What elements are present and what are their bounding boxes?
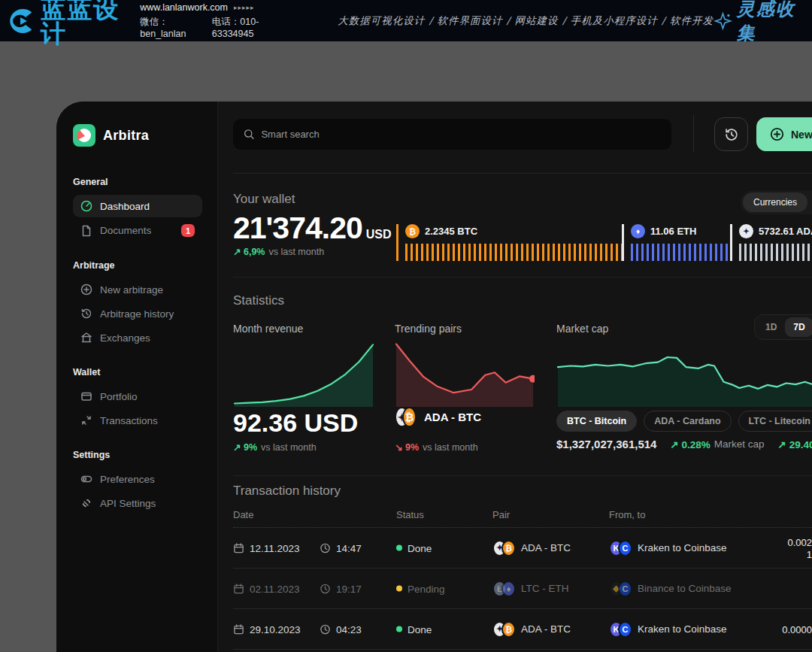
tx-date: 12.11.2023 bbox=[250, 542, 300, 553]
col-status: Status bbox=[396, 509, 424, 520]
tab-currencies[interactable]: Currencies bbox=[743, 193, 807, 212]
wallet-view-tabs: Currencies E bbox=[741, 190, 812, 214]
arbitra-brand[interactable]: Arbitra bbox=[73, 124, 202, 147]
topbar-divider bbox=[693, 115, 694, 153]
banner-url[interactable]: www.lanlanwork.com bbox=[140, 2, 228, 13]
holding-eth[interactable]: ♦11.06 ETH bbox=[622, 224, 730, 261]
tx-date: 29.10.2023 bbox=[250, 623, 301, 635]
history-icon bbox=[724, 127, 739, 142]
calendar-icon bbox=[233, 583, 244, 594]
sidebar-item-label: Dashboard bbox=[100, 201, 150, 212]
history-icon bbox=[80, 308, 92, 320]
col-date: Date bbox=[233, 509, 253, 520]
coinpill-ada[interactable]: ADA - Cardano bbox=[644, 411, 731, 432]
btc-coin-icon: ₿ bbox=[402, 407, 417, 427]
sidebar-item-label: Documents bbox=[100, 225, 174, 236]
trending-pair: ✦ ₿ ADA - BTC bbox=[395, 407, 481, 427]
range-switcher: 1D 7D 1M bbox=[754, 314, 812, 340]
search-icon bbox=[244, 129, 254, 140]
sidebar-item-api-settings[interactable]: API Settings bbox=[73, 492, 202, 514]
pair-text: ADA - BTC bbox=[521, 542, 571, 553]
section-divider bbox=[233, 277, 812, 277]
main-content: New a Your wallet 21'374.20USD ↗ 6,9% vs… bbox=[218, 102, 812, 652]
status-text: Pending bbox=[408, 583, 445, 594]
banner-wechat: 微信：ben_lanlan bbox=[140, 16, 201, 39]
sidebar-item-arbitrage-history[interactable]: Arbitrage history bbox=[73, 302, 202, 325]
search-input[interactable] bbox=[261, 129, 661, 140]
delta-up-arrow-icon: ↗ bbox=[670, 439, 678, 450]
search-bar[interactable] bbox=[233, 119, 671, 150]
plug-icon bbox=[80, 497, 92, 509]
market-cap-coin-filter: BTC - Bitcoin ADA - Cardano LTC - Liteco… bbox=[556, 411, 812, 432]
content-divider bbox=[233, 173, 812, 174]
ada-ticks bbox=[739, 244, 812, 261]
tx-amount: 0.0021 bbox=[787, 536, 812, 560]
sidebar-item-portfolio[interactable]: Portfolio bbox=[73, 385, 202, 408]
wallet-icon bbox=[80, 390, 92, 402]
sparkle-icon bbox=[714, 10, 732, 32]
wallet-section-title: Your wallet bbox=[233, 192, 295, 207]
transaction-history-title: Transaction history bbox=[233, 484, 341, 499]
pair-text: LTC - ETH bbox=[521, 583, 569, 594]
col-from-to: From, to bbox=[609, 509, 645, 520]
sidebar-item-label: Preferences bbox=[100, 474, 155, 485]
month-revenue-title: Month revenue bbox=[233, 323, 303, 335]
sidebar-item-exchanges[interactable]: Exchanges bbox=[73, 326, 202, 349]
lanlan-brand[interactable]: 蓝蓝设计 bbox=[6, 0, 128, 46]
sidebar: Arbitra General Dashboard Documents 1 Ar… bbox=[56, 102, 218, 652]
delta-up-arrow-icon: ↗ bbox=[233, 442, 241, 453]
tx-time: 19:17 bbox=[336, 583, 362, 594]
section-label-arbitrage: Arbitrage bbox=[73, 260, 202, 271]
history-button[interactable] bbox=[714, 117, 748, 151]
market-cap-value: $1,327,027,361,514 bbox=[556, 438, 656, 450]
coinbase-icon: C bbox=[618, 581, 632, 597]
new-arbitrage-button[interactable]: New a bbox=[756, 117, 812, 151]
sidebar-item-new-arbitrage[interactable]: New arbitrage bbox=[73, 278, 202, 301]
coinpill-ltc[interactable]: LTC - Litecoin bbox=[738, 411, 812, 432]
tx-amount: 0.0000 bbox=[782, 623, 812, 635]
market-cap-chart bbox=[556, 342, 812, 407]
status-text: Done bbox=[408, 542, 432, 553]
section-label-settings: Settings bbox=[73, 450, 202, 460]
table-row[interactable]: 12.11.2023 14:47 Done ✦₿ADA - BTC KCKrak… bbox=[233, 528, 812, 569]
table-row[interactable]: 02.11.2023 19:17 Pending Ł♦LTC - ETH ◆CB… bbox=[233, 569, 812, 609]
wallet-holdings-bar: ₿2.2345 BTC ♦11.06 ETH ✦5732.61 ADA bbox=[396, 224, 812, 261]
pair-text: ADA - BTC bbox=[521, 623, 571, 635]
btc-coin-icon: ₿ bbox=[501, 621, 516, 638]
statistics-section-title: Statistics bbox=[233, 293, 284, 308]
status-text: Done bbox=[408, 623, 432, 635]
arbitra-brand-name: Arbitra bbox=[103, 128, 149, 144]
inspiration-collect[interactable]: 灵感收集 bbox=[714, 0, 801, 45]
sidebar-item-label: API Settings bbox=[100, 498, 156, 509]
holding-btc[interactable]: ₿2.2345 BTC bbox=[396, 224, 622, 261]
tx-date: 02.11.2023 bbox=[250, 583, 300, 594]
banner-arrows: ▸▸▸▸▸ bbox=[234, 4, 255, 11]
wallet-currency: USD bbox=[366, 228, 392, 241]
btc-coin-icon: ₿ bbox=[405, 224, 420, 238]
market-cap-stats: $1,327,027,361,514 ↗ 0.28%Market cap ↗ 2… bbox=[556, 438, 812, 450]
tab-exchanges[interactable]: E bbox=[807, 193, 812, 212]
tx-time: 04:23 bbox=[336, 623, 362, 635]
document-icon bbox=[80, 225, 92, 237]
sidebar-item-documents[interactable]: Documents 1 bbox=[73, 219, 202, 242]
promo-banner: 蓝蓝设计 www.lanlanwork.com ▸▸▸▸▸ 微信：ben_lan… bbox=[0, 0, 812, 41]
range-1d[interactable]: 1D bbox=[757, 317, 785, 337]
sidebar-item-label: Arbitrage history bbox=[100, 308, 174, 320]
sidebar-item-dashboard[interactable]: Dashboard bbox=[73, 195, 202, 217]
range-7d[interactable]: 7D bbox=[785, 317, 812, 337]
sidebar-item-transactions[interactable]: Transactions bbox=[73, 409, 202, 432]
sidebar-item-preferences[interactable]: Preferences bbox=[73, 468, 202, 490]
holding-ada[interactable]: ✦5732.61 ADA bbox=[730, 224, 812, 261]
table-row[interactable]: 29.10.2023 04:23 Done ✦₿ADA - BTC KCKrak… bbox=[233, 609, 812, 650]
transfer-arrows-icon bbox=[80, 414, 92, 426]
clock-icon bbox=[320, 583, 331, 594]
sidebar-item-label: Exchanges bbox=[100, 332, 150, 344]
gauge-icon bbox=[80, 200, 92, 212]
month-revenue-delta: ↗ 9% vs last month bbox=[233, 441, 317, 453]
coinpill-btc[interactable]: BTC - Bitcoin bbox=[556, 411, 637, 432]
bank-icon bbox=[80, 332, 92, 344]
month-revenue-chart bbox=[233, 341, 374, 407]
wallet-amount: 21'374.20USD bbox=[233, 211, 392, 246]
status-dot-pending bbox=[396, 586, 402, 592]
section-label-general: General bbox=[73, 177, 202, 187]
